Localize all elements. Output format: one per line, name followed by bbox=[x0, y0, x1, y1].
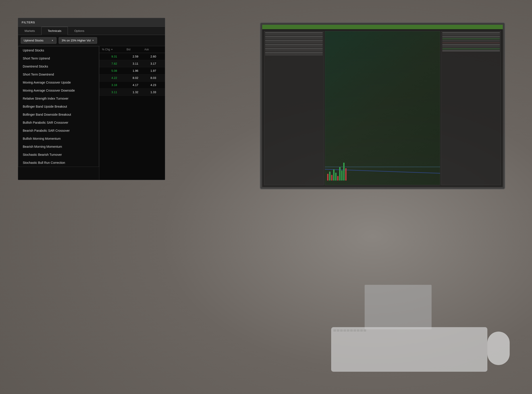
table-row[interactable]: 9.31 2.59 2.60 bbox=[99, 53, 165, 60]
bid-cell: 2.59 bbox=[127, 55, 144, 58]
dropdown-item-bearish-parabolic-sar[interactable]: Bearish Parabolic SAR Crossover bbox=[18, 127, 99, 135]
pct-chg-cell: 3.11 bbox=[102, 90, 127, 94]
keyboard bbox=[331, 327, 487, 372]
dropdown-menu-list: Uptrend Stocks Short Term Uptrend Downtr… bbox=[18, 46, 99, 167]
mouse-device bbox=[487, 332, 510, 365]
monitor-top-bar bbox=[262, 25, 503, 29]
tab-options[interactable]: Options bbox=[68, 27, 91, 35]
dropdown-item-stochastic-bull-run[interactable]: Stochastic Bull Run Correction bbox=[18, 159, 99, 167]
uptrend-dropdown-arrow: ▼ bbox=[51, 39, 53, 42]
monitor-left-col bbox=[264, 31, 324, 185]
bid-cell: 1.96 bbox=[127, 69, 144, 73]
dropdown-item-bullish-morning-momentum[interactable]: Bullish Morning Momentum bbox=[18, 135, 99, 143]
table-row[interactable]: 3.18 4.17 4.23 bbox=[99, 82, 165, 89]
monitor-content bbox=[262, 29, 503, 187]
dropdown-item-bullish-parabolic-sar[interactable]: Bullish Parabolic SAR Crossover bbox=[18, 119, 99, 127]
ask-cell: 4.23 bbox=[144, 83, 162, 87]
dropdown-item-uptrend-stocks[interactable]: Uptrend Stocks bbox=[18, 46, 99, 54]
table-row[interactable]: 3.11 1.32 1.33 bbox=[99, 89, 165, 96]
table-row[interactable]: 4.22 8.02 8.03 bbox=[99, 74, 165, 82]
table-row[interactable]: 5.08 1.96 1.97 bbox=[99, 67, 165, 74]
dropdown-item-short-term-uptrend[interactable]: Short Term Uptrend bbox=[18, 54, 99, 62]
filter-title: FILTERS bbox=[22, 21, 35, 24]
results-table: % Chg ▼ Bid Ask 9.31 2.59 2.60 7.82 3.11 bbox=[99, 46, 165, 180]
dropdown-item-rsi-turnover[interactable]: Relative Strength Index Turnover bbox=[18, 94, 99, 103]
dropdown-item-bb-downside[interactable]: Bollinger Band Downside Breakout bbox=[18, 110, 99, 119]
monitor bbox=[260, 22, 505, 189]
uptrend-dropdown-label: Uptrend Stocks bbox=[24, 39, 43, 42]
filter-panel: FILTERS Markets Technicals Options Uptre… bbox=[18, 18, 165, 180]
ask-column-header: Ask bbox=[144, 48, 162, 51]
ask-cell: 2.60 bbox=[144, 55, 162, 58]
dropdown-item-bb-upside[interactable]: Bollinger Band Upside Breakout bbox=[18, 103, 99, 110]
bid-cell: 8.02 bbox=[127, 76, 144, 80]
pct-chg-cell: 5.08 bbox=[102, 69, 127, 73]
bid-cell: 1.32 bbox=[127, 90, 144, 94]
tab-technicals[interactable]: Technicals bbox=[41, 27, 68, 35]
panel-body: Uptrend Stocks Short Term Uptrend Downtr… bbox=[18, 46, 165, 180]
dropdown-item-bearish-morning-momentum[interactable]: Bearish Morning Momentum bbox=[18, 143, 99, 151]
technicals-dropdown-menu: Uptrend Stocks Short Term Uptrend Downtr… bbox=[18, 46, 99, 180]
table-row[interactable]: 7.82 3.11 3.17 bbox=[99, 60, 165, 67]
filter-tabs: Markets Technicals Options bbox=[18, 27, 165, 35]
monitor-screen bbox=[262, 25, 503, 187]
uptrend-dropdown-button[interactable]: Uptrend Stocks ▼ bbox=[21, 37, 56, 44]
bid-cell: 3.11 bbox=[127, 62, 144, 65]
volume-dropdown-button[interactable]: 3% on 15% Higher Vol ▼ bbox=[59, 37, 97, 44]
ask-cell: 8.03 bbox=[144, 76, 162, 80]
ask-cell: 1.97 bbox=[144, 69, 162, 73]
dropdown-item-downtrend-stocks[interactable]: Downtrend Stocks bbox=[18, 62, 99, 70]
monitor-stand bbox=[365, 285, 431, 329]
table-header: % Chg ▼ Bid Ask bbox=[99, 46, 165, 53]
tab-markets[interactable]: Markets bbox=[18, 27, 41, 35]
pct-chg-cell: 4.22 bbox=[102, 76, 127, 80]
dropdown-item-ma-crossover-upside[interactable]: Moving Average Crossover Upside bbox=[18, 78, 99, 87]
ask-cell: 1.33 bbox=[144, 90, 162, 94]
filter-header: FILTERS bbox=[18, 18, 165, 27]
pct-chg-cell: 7.82 bbox=[102, 62, 127, 65]
dropdown-item-stochastic-bearish[interactable]: Stochastic Bearish Turnover bbox=[18, 151, 99, 159]
pct-chg-cell: 3.18 bbox=[102, 83, 127, 87]
pct-chg-column-header[interactable]: % Chg ▼ bbox=[102, 48, 127, 51]
dropdown-item-ma-crossover-downside[interactable]: Moving Average Crossover Downside bbox=[18, 87, 99, 94]
dropdown-item-short-term-downtrend[interactable]: Short Term Downtrend bbox=[18, 70, 99, 78]
bid-cell: 4.17 bbox=[127, 83, 144, 87]
filter-toolbar: Uptrend Stocks ▼ 3% on 15% Higher Vol ▼ bbox=[18, 35, 165, 46]
volume-dropdown-arrow: ▼ bbox=[92, 39, 94, 42]
monitor-right-col bbox=[441, 31, 501, 185]
sort-arrow-icon: ▼ bbox=[111, 48, 113, 51]
bid-column-header: Bid bbox=[127, 48, 144, 51]
volume-dropdown-label: 3% on 15% Higher Vol bbox=[62, 39, 90, 42]
ask-cell: 3.17 bbox=[144, 62, 162, 65]
pct-chg-cell: 9.31 bbox=[102, 55, 127, 58]
monitor-chart bbox=[325, 31, 440, 185]
